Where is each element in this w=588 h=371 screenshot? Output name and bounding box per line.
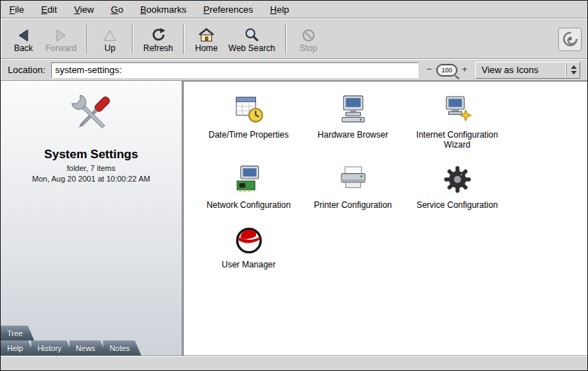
zoom-level-indicator[interactable]: 100	[436, 64, 457, 77]
datetime-icon	[234, 92, 264, 127]
toolbar-separator	[183, 24, 184, 54]
back-button[interactable]: Back	[6, 22, 40, 56]
file-manager-window: File Edit View Go Bookmarks Preferences …	[0, 0, 588, 371]
sidebar-tab-notes[interactable]: Notes	[103, 340, 141, 355]
web-search-button[interactable]: Web Search	[223, 22, 280, 56]
icon-network-configuration[interactable]: Network Configuration	[196, 162, 301, 210]
menu-preferences[interactable]: Preferences	[204, 4, 253, 15]
icon-service-configuration[interactable]: Service Configuration	[405, 162, 509, 210]
web-search-icon	[244, 26, 260, 43]
back-icon	[16, 26, 31, 43]
sidebar-tab-tree[interactable]: Tree	[1, 326, 34, 340]
throbber	[558, 28, 582, 51]
icon-printer-configuration[interactable]: Printer Configuration	[301, 162, 405, 210]
menu-edit[interactable]: Edit	[41, 4, 57, 15]
menu-help[interactable]: Help	[270, 4, 289, 15]
up-button[interactable]: Up	[93, 22, 127, 56]
throbber-icon	[561, 30, 579, 48]
refresh-button[interactable]: Refresh	[138, 22, 178, 56]
sidebar-item-count: folder, 7 items	[1, 164, 182, 172]
network-icon	[234, 162, 264, 197]
status-bar	[1, 355, 587, 370]
menu-bookmarks[interactable]: Bookmarks	[140, 4, 187, 15]
icon-internet-configuration-wizard[interactable]: Internet Configuration Wizard	[405, 92, 509, 150]
zoom-controls: − 100 +	[424, 64, 470, 77]
location-label: Location:	[8, 65, 45, 75]
menu-file[interactable]: File	[9, 4, 24, 15]
forward-icon	[53, 26, 69, 43]
zoom-in-button[interactable]: +	[460, 65, 470, 76]
sidebar-date: Mon, Aug 20 2001 at 10:00:22 AM	[1, 175, 182, 183]
chevron-down-icon	[571, 71, 577, 74]
icon-user-manager[interactable]: User Manager	[196, 221, 301, 270]
location-input[interactable]	[51, 62, 418, 78]
toolbar: Back Forward Up Refresh	[1, 18, 587, 59]
toolbar-separator	[132, 24, 133, 54]
view-as-label: View as Icons	[482, 65, 566, 75]
sidebar-tab-history[interactable]: History	[31, 340, 73, 355]
menu-view[interactable]: View	[74, 4, 94, 15]
home-button[interactable]: Home	[189, 22, 223, 56]
zoom-level-text: 100	[441, 67, 452, 74]
icon-grid: Date/Time Properties Hardware Bro	[196, 92, 516, 282]
stop-button[interactable]: Stop	[292, 22, 326, 56]
sidebar-tab-news[interactable]: News	[70, 340, 107, 355]
toolbar-separator	[285, 24, 287, 54]
icon-hardware-browser[interactable]: Hardware Browser	[301, 92, 405, 150]
folder-view: Date/Time Properties Hardware Bro	[183, 81, 587, 355]
zoom-out-button[interactable]: −	[424, 65, 434, 76]
up-icon	[102, 26, 118, 43]
system-settings-tools-icon	[65, 89, 118, 140]
sidebar-tabs: Tree Help History News Notes	[1, 326, 182, 355]
chevron-up-icon	[571, 65, 577, 69]
home-icon	[198, 26, 215, 43]
sidebar-tab-row-1: Tree	[1, 326, 182, 340]
user-manager-redhat-icon	[233, 221, 265, 257]
view-as-spinner[interactable]	[566, 64, 577, 77]
location-bar: Location: − 100 + View as Icons	[1, 59, 587, 81]
main-area: System Settings folder, 7 items Mon, Aug…	[1, 81, 587, 355]
service-gear-icon	[442, 162, 473, 197]
refresh-icon	[150, 26, 166, 43]
printer-icon	[338, 162, 368, 197]
sidebar-tab-row-2: Help History News Notes	[1, 340, 182, 355]
sidebar: System Settings folder, 7 items Mon, Aug…	[1, 81, 183, 355]
sidebar-tab-help[interactable]: Help	[1, 340, 35, 355]
menu-go[interactable]: Go	[111, 4, 123, 15]
hardware-icon	[338, 92, 368, 127]
sidebar-title: System Settings	[1, 148, 182, 162]
sidebar-info-panel: System Settings folder, 7 items Mon, Aug…	[1, 81, 182, 183]
toolbar-separator	[87, 24, 88, 54]
forward-button[interactable]: Forward	[40, 22, 82, 56]
internet-wizard-icon	[443, 92, 472, 127]
view-as-dropdown[interactable]: View as Icons	[475, 62, 580, 79]
stop-icon	[301, 26, 316, 43]
menu-bar: File Edit View Go Bookmarks Preferences …	[1, 1, 587, 18]
icon-datetime-properties[interactable]: Date/Time Properties	[196, 92, 301, 150]
